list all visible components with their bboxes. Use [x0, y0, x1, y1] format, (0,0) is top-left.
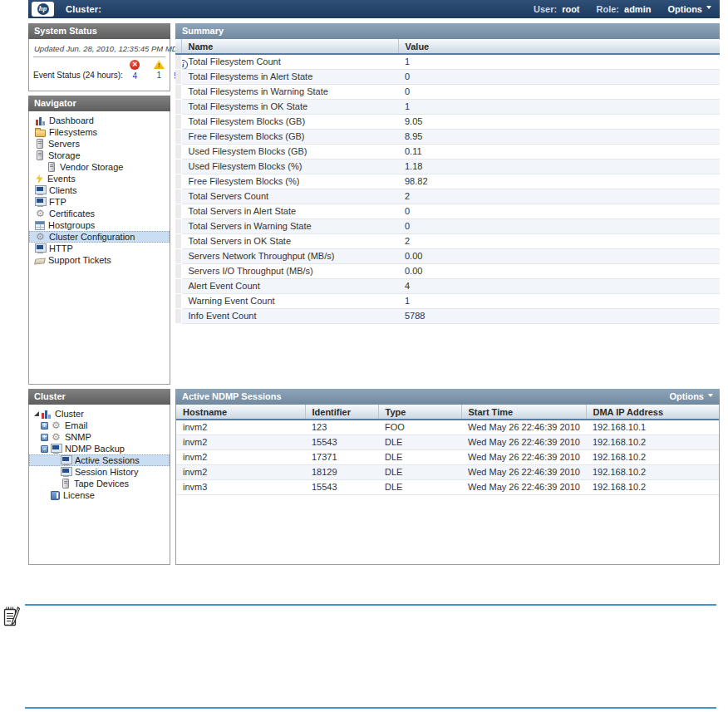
row-name: Alert Event Count	[181, 278, 398, 293]
warning-count-link[interactable]: 1	[157, 71, 162, 80]
column-header-name[interactable]: Name	[181, 39, 398, 54]
sidebar-item-events[interactable]: Events	[29, 173, 170, 184]
table-row[interactable]: Total Filesystem Blocks (GB)9.05	[175, 114, 720, 129]
tree-item-email[interactable]: Email	[29, 420, 170, 431]
row-value: 1	[398, 99, 720, 114]
tree-item-label: License	[63, 490, 95, 500]
tree-item-cluster[interactable]: Cluster	[29, 408, 170, 420]
tree-item-label: Tape Devices	[74, 479, 129, 489]
server-icon	[37, 139, 43, 149]
gear-icon	[51, 420, 61, 430]
table-row[interactable]: Used Filesystem Blocks (GB)0.11	[175, 144, 720, 159]
sidebar-item-ftp[interactable]: FTP	[29, 196, 170, 208]
sidebar-item-label: Events	[47, 174, 76, 184]
sidebar-item-label: Cluster Configuration	[49, 232, 135, 242]
table-row[interactable]: Servers Network Throughput (MB/s)0.00	[175, 248, 720, 263]
row-name: Total Filesystems in Alert State	[181, 69, 398, 84]
table-row[interactable]: invm218129DLEWed May 26 22:46:39 2010192…	[176, 464, 719, 479]
sidebar-item-vendor-storage[interactable]: Vendor Storage	[29, 161, 170, 173]
cell-identifier: 18129	[305, 464, 378, 479]
sidebar-item-clients[interactable]: Clients	[29, 184, 170, 196]
storage-icon	[62, 479, 69, 489]
row-value: 0.00	[398, 248, 720, 263]
table-row[interactable]: Total Servers in OK State2	[175, 233, 720, 248]
sidebar-item-label: HTTP	[49, 243, 73, 253]
alert-count-link[interactable]: 4	[133, 71, 138, 81]
role-label: Role:	[597, 4, 620, 14]
table-row[interactable]: invm2123FOOWed May 26 22:46:39 2010192.1…	[176, 420, 719, 435]
table-row[interactable]: Warning Event Count1	[175, 293, 720, 308]
table-row[interactable]: Info Event Count5788	[175, 308, 720, 323]
row-value: 0.00	[398, 263, 720, 278]
cell-hostname: invm2	[176, 435, 305, 449]
collapse-minus-icon[interactable]	[41, 445, 48, 453]
dashboard-icon	[35, 116, 46, 125]
summary-table: Name Value Total Filesystem Count1 Total…	[175, 39, 720, 324]
table-row[interactable]: Used Filesystem Blocks (%)1.18	[175, 159, 720, 174]
sidebar-item-storage[interactable]: Storage	[29, 150, 170, 161]
column-header-type[interactable]: Type	[378, 405, 461, 420]
table-row[interactable]: Total Servers in Alert State0	[175, 204, 720, 219]
sidebar-item-http[interactable]: HTTP	[29, 243, 170, 254]
tree-item-active-sessions[interactable]: Active Sessions	[29, 454, 170, 466]
summary-panel: Summary Name Value Total Filesystem Coun…	[175, 23, 720, 324]
row-value: 8.95	[398, 129, 720, 144]
ndmp-options-label: Options	[669, 389, 704, 405]
cluster-tree-panel: Cluster Cluster Email SNMP NDMP Backup A…	[28, 389, 170, 565]
tree-item-snmp[interactable]: SNMP	[29, 431, 170, 443]
table-row[interactable]: Free Filesystem Blocks (GB)8.95	[175, 129, 720, 144]
sidebar-item-hostgroups[interactable]: Hostgroups	[29, 219, 170, 231]
sidebar-item-certificates[interactable]: Certificates	[29, 208, 170, 219]
column-header-dma-ip[interactable]: DMA IP Address	[586, 405, 719, 420]
user-label: User:	[534, 4, 557, 14]
ndmp-options-button[interactable]: Options	[669, 389, 713, 405]
tree-item-label: Active Sessions	[75, 455, 140, 465]
sidebar-item-filesystems[interactable]: Filesystems	[29, 126, 170, 138]
sidebar-item-support-tickets[interactable]: Support Tickets	[29, 254, 170, 266]
sidebar-item-label: Filesystems	[49, 127, 97, 137]
tree-item-label: Email	[65, 420, 88, 430]
tree-item-license[interactable]: License	[29, 489, 170, 501]
cell-type: DLE	[378, 449, 461, 464]
tree-item-tape-devices[interactable]: Tape Devices	[29, 478, 170, 489]
table-row[interactable]: Free Filesystem Blocks (%)98.82	[175, 174, 720, 189]
cell-hostname: invm2	[176, 449, 305, 464]
sidebar-item-dashboard[interactable]: Dashboard	[29, 115, 170, 126]
topbar-options-button[interactable]: Options	[667, 4, 711, 14]
system-status-panel: System Status Updated Jun. 28, 2010, 12:…	[28, 23, 170, 91]
row-value: 0	[398, 84, 720, 99]
table-row[interactable]: Total Filesystems in Warning State0	[175, 84, 720, 99]
column-header-hostname[interactable]: Hostname	[176, 405, 305, 420]
table-row[interactable]: Total Filesystems in OK State1	[175, 99, 720, 114]
tree-item-label: NDMP Backup	[65, 444, 125, 454]
tree-item-label: Cluster	[55, 409, 84, 419]
ndmp-sessions-table: Hostname Identifier Type Start Time DMA …	[176, 405, 719, 495]
tree-item-ndmp-backup[interactable]: NDMP Backup	[29, 443, 170, 454]
column-header-value[interactable]: Value	[398, 39, 720, 54]
table-row[interactable]: invm215543DLEWed May 26 22:46:39 2010192…	[176, 435, 719, 449]
table-row[interactable]: invm217371DLEWed May 26 22:46:39 2010192…	[176, 449, 719, 464]
column-header-identifier[interactable]: Identifier	[305, 405, 378, 420]
tree-item-session-history[interactable]: Session History	[29, 466, 170, 478]
sidebar-item-cluster-configuration[interactable]: Cluster Configuration	[29, 231, 170, 243]
user-value: root	[562, 4, 579, 14]
table-row[interactable]: Servers I/O Throughput (MB/s)0.00	[175, 263, 720, 278]
table-row[interactable]: invm315543DLEWed May 26 22:46:39 2010192…	[176, 479, 719, 494]
sidebar-item-label: Servers	[48, 139, 80, 149]
ticket-icon	[34, 258, 46, 264]
column-header-start-time[interactable]: Start Time	[461, 405, 586, 420]
table-row[interactable]: Alert Event Count4	[175, 278, 720, 293]
table-row[interactable]: Total Servers in Warning State0	[175, 219, 720, 233]
table-row[interactable]: Total Servers Count2	[175, 189, 720, 204]
tree-item-label: SNMP	[65, 432, 91, 442]
cell-identifier: 17371	[305, 449, 378, 464]
sidebar-item-servers[interactable]: Servers	[29, 138, 170, 150]
table-row[interactable]: Total Filesystem Count1	[175, 54, 720, 69]
expanded-arrow-icon[interactable]	[34, 411, 39, 416]
chevron-down-icon	[708, 394, 713, 397]
expand-plus-icon[interactable]	[41, 422, 48, 430]
column-header-spacer	[175, 39, 181, 54]
expand-plus-icon[interactable]	[41, 434, 48, 441]
table-row[interactable]: Total Filesystems in Alert State0	[175, 69, 720, 84]
gear-icon	[51, 432, 61, 442]
